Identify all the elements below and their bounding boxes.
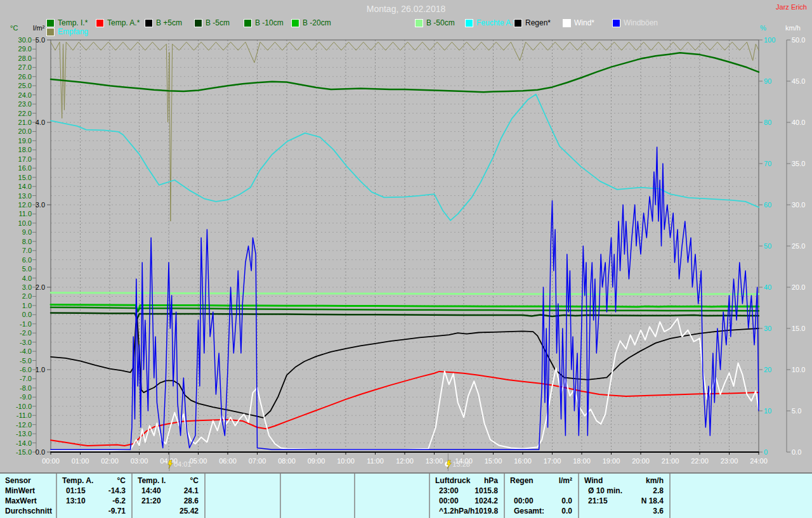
table-row-label: Sensor [0,476,56,486]
svg-text:60: 60 [764,201,771,209]
svg-text:24.0: 24.0 [18,91,32,99]
svg-text:4.0: 4.0 [22,275,32,282]
svg-text:9.0: 9.0 [22,228,32,236]
svg-text:20:00: 20:00 [632,457,650,465]
svg-text:0.0: 0.0 [22,311,32,318]
svg-text:5.0: 5.0 [22,265,32,273]
svg-text:-10.0: -10.0 [16,403,32,410]
marker-label: 04:01 [174,460,192,468]
cell-value: 1015.8 [475,486,498,496]
svg-text:23.0: 23.0 [18,100,32,108]
svg-text:18:00: 18:00 [573,457,591,465]
svg-text:2.0: 2.0 [22,292,32,300]
svg-text:5.0: 5.0 [36,36,45,44]
col-unit: km/h [646,476,664,486]
svg-text:7.0: 7.0 [22,247,32,254]
stats-group-temp-a: Temp. A.°C 01:15-14.3 13:10-6.2 -9.71 [56,474,131,518]
svg-text:15:00: 15:00 [485,457,502,465]
cell-time: 00:00 [514,496,534,506]
svg-text:40.0: 40.0 [792,119,805,126]
stats-group-temp-i: Temp. I.°C 14:4024.1 21:2028.6 25.42 [131,474,204,518]
svg-text:14.0: 14.0 [18,183,32,190]
stats-group-empty-3 [354,474,429,518]
svg-text:100: 100 [764,36,775,44]
col-unit: hPa [484,476,498,486]
svg-text:-12.0: -12.0 [16,421,32,429]
col-title: Regen [510,476,534,486]
cell-time: 01:15 [66,486,86,496]
svg-text:01:00: 01:00 [72,457,89,465]
svg-text:25.0: 25.0 [792,242,805,250]
stats-group-filler [669,474,812,518]
svg-text:-14.0: -14.0 [16,439,32,447]
svg-text:03:00: 03:00 [131,457,148,465]
svg-text:11.0: 11.0 [18,210,32,217]
svg-text:06:00: 06:00 [219,457,237,465]
svg-text:16.0: 16.0 [18,164,32,172]
svg-text:4.0: 4.0 [36,119,45,126]
cell-value: 0.0 [561,496,572,506]
cell-value: -6.2 [112,496,126,506]
svg-text:0.0: 0.0 [36,448,45,456]
svg-text:22.0: 22.0 [18,110,32,117]
weather-app-window: { "header": { "title": "Montag, 26.02.20… [0,0,812,518]
cell-time: 13:10 [66,496,86,506]
svg-text:26.0: 26.0 [18,73,32,81]
svg-text:0.0: 0.0 [792,448,801,456]
svg-text:27.0: 27.0 [18,63,32,71]
cell-value: 28.6 [184,496,199,506]
svg-text:23:00: 23:00 [721,457,738,465]
svg-text:-13.0: -13.0 [16,430,32,437]
svg-text:80: 80 [764,119,771,126]
cell-time: Gesamt: [514,506,544,516]
svg-text:1.0: 1.0 [22,302,32,309]
svg-text:24:00: 24:00 [750,457,768,465]
cell-time: 00:00 [439,496,459,506]
svg-text:15.0: 15.0 [792,325,805,332]
svg-text:08:00: 08:00 [278,457,296,465]
svg-text:5.0: 5.0 [792,407,801,415]
svg-text:-9.0: -9.0 [20,393,32,401]
chart-area[interactable]: -15.0-14.0-13.0-12.0-11.0-10.0-9.0-8.0-7… [0,0,812,472]
svg-text:1.0: 1.0 [36,366,45,373]
svg-text:17.0: 17.0 [18,155,32,163]
svg-text:40: 40 [764,283,771,291]
svg-text:16:00: 16:00 [514,457,532,465]
stats-group-regen: Regenl/m² 00:000.0 Gesamt:0.0 [504,474,578,518]
svg-text:20: 20 [764,366,771,373]
col-unit: °C [190,476,199,486]
svg-text:12.0: 12.0 [18,201,32,209]
svg-text:07:00: 07:00 [249,457,266,465]
svg-text:29.0: 29.0 [18,45,32,53]
svg-text:50: 50 [764,242,771,250]
cell-time: 14:40 [141,486,161,496]
svg-text:10:00: 10:00 [337,457,355,465]
plot-svg: -15.0-14.0-13.0-12.0-11.0-10.0-9.0-8.0-7… [0,0,812,472]
svg-text:-3.0: -3.0 [20,339,32,346]
svg-text:20.0: 20.0 [18,127,32,135]
cell-value: 3.6 [653,506,664,516]
svg-text:3.0: 3.0 [36,201,45,209]
series-b-50cm [51,293,759,295]
svg-text:-6.0: -6.0 [20,366,32,373]
cell-time: ^1.2hPa/h [439,506,475,516]
svg-text:-8.0: -8.0 [20,384,32,392]
col-title: Luftdruck [435,476,470,486]
stats-table: Sensor MinWert MaxWert Durchschnitt Temp… [0,472,812,518]
stats-group-wind: Windkm/h Ø 10 min.2.8 21:15N 18.4 3.6 [578,474,669,518]
col-title: Temp. I. [138,476,166,486]
cell-time: 21:15 [588,496,608,506]
table-row-label: MaxWert [0,496,56,506]
svg-text:30: 30 [764,325,771,332]
table-row-label: Durchschnitt [0,506,56,516]
svg-text:30.0: 30.0 [792,201,805,209]
cell-value: -9.71 [108,506,126,516]
svg-text:20.0: 20.0 [792,283,805,291]
svg-text:19:00: 19:00 [603,457,620,465]
col-unit: °C [117,476,126,486]
cell-value: -14.3 [108,486,126,496]
svg-text:28.0: 28.0 [18,55,32,62]
svg-text:2.0: 2.0 [36,283,45,291]
stats-row-labels: Sensor MinWert MaxWert Durchschnitt [0,474,56,518]
svg-text:10.0: 10.0 [18,219,32,227]
